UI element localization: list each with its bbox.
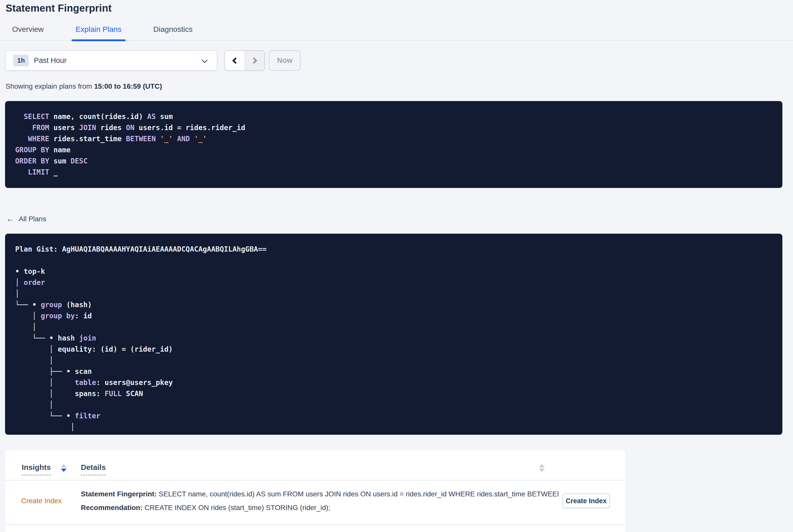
code-line: │ table: users@users_pkey (15, 377, 772, 388)
insight-type-link[interactable]: Create Index (21, 497, 81, 505)
insights-table-card: Insights Details Create Index Statement … (5, 451, 625, 532)
sort-icon-insights (61, 464, 67, 472)
code-line: LIMIT _ (15, 167, 772, 178)
chevron-right-icon (251, 57, 257, 64)
code-line: │ order (15, 277, 772, 288)
plan-tree: • top-k│ order│└── • group (hash) │ grou… (15, 266, 772, 433)
code-line: └── • group (hash) (15, 299, 772, 310)
recommendation-line: Recommendation: CREATE INDEX ON rides (s… (81, 504, 559, 512)
code-line: └── • hash join (15, 333, 772, 344)
plan-gist-label: Plan Gist: (15, 245, 62, 253)
statement-fingerprint-label: Statement Fingerprint: (81, 490, 157, 498)
code-line: │ (15, 355, 772, 366)
recommendation-text: CREATE INDEX ON rides (start_time) STORI… (143, 504, 330, 512)
time-interval-badge: 1h (13, 55, 29, 66)
all-plans-label: All Plans (19, 215, 46, 223)
insights-header-label: Insights (22, 463, 51, 475)
code-line: │ (15, 288, 772, 299)
sort-down-arrow (61, 469, 67, 472)
table-row: Create Index Statement Fingerprint: SELE… (5, 480, 625, 512)
time-range-caption: Showing explain plans from 15:00 to 16:5… (5, 82, 793, 91)
insight-details: Statement Fingerprint: SELECT name, coun… (81, 490, 559, 512)
details-column-header[interactable]: Details (81, 463, 625, 475)
caption-range: 15:00 to 16:59 (UTC) (94, 82, 162, 90)
time-interval-label: Past Hour (34, 56, 67, 65)
code-line: SELECT name, count(rides.id) AS sum (15, 111, 772, 122)
chevron-down-icon (202, 57, 207, 63)
statement-fingerprint-line: Statement Fingerprint: SELECT name, coun… (81, 490, 559, 498)
time-interval-arrows (224, 50, 265, 71)
code-line: • top-k (15, 266, 772, 277)
statement-fingerprint-text: SELECT name, count(rides.id) AS sum FROM… (157, 490, 559, 498)
statement-fingerprint-page: Statement Fingerprint Overview Explain P… (0, 0, 793, 532)
tab-explain-plans[interactable]: Explain Plans (72, 25, 126, 40)
code-line: │ (15, 399, 772, 411)
sql-statement-panel: SELECT name, count(rides.id) AS sum FROM… (5, 101, 782, 188)
tab-bar: Overview Explain Plans Diagnostics (0, 25, 793, 41)
code-line: │ equality: (id) = (rider_id) (15, 344, 772, 355)
caption-prefix: Showing explain plans from (5, 82, 94, 90)
code-line: FROM users JOIN rides ON users.id = ride… (15, 122, 772, 133)
chevron-left-icon (232, 57, 239, 64)
page-title: Statement Fingerprint (0, 0, 793, 14)
code-line: ├── • scan (15, 366, 772, 377)
previous-interval-button[interactable] (225, 51, 245, 70)
now-button[interactable]: Now (269, 50, 300, 71)
tab-overview[interactable]: Overview (8, 25, 48, 40)
code-line: │ group by: id (15, 310, 772, 322)
all-plans-link[interactable]: All Plans (6, 214, 46, 224)
plan-blank-line (15, 255, 772, 266)
code-line: WHERE rides.start_time BETWEEN '_' AND '… (15, 133, 772, 145)
sort-down-arrow (539, 469, 545, 472)
code-line: │ (15, 322, 772, 333)
code-line: └── • filter (15, 411, 772, 422)
sort-up-arrow (539, 464, 545, 467)
plan-gist-value: AgHUAQIABQAAAAHYAQIAiAEAAAADCQACAgAABQIL… (62, 245, 266, 253)
code-line: │ (15, 422, 772, 433)
back-arrow-icon (6, 214, 14, 224)
table-footer-spacer (5, 525, 625, 532)
code-line: ORDER BY sum DESC (15, 156, 772, 167)
code-line: │ spans: FULL SCAN (15, 388, 772, 399)
tab-diagnostics[interactable]: Diagnostics (149, 25, 196, 40)
code-line: GROUP BY name (15, 145, 772, 156)
recommendation-label: Recommendation: (81, 504, 143, 512)
next-interval-button[interactable] (245, 51, 264, 70)
details-header-label: Details (81, 463, 106, 475)
explain-plan-panel: Plan Gist: AgHUAQIABQAAAAHYAQIAiAEAAAADC… (5, 234, 782, 435)
insights-table-header: Insights Details (5, 463, 625, 475)
insights-column-header[interactable]: Insights (22, 463, 81, 475)
create-index-button[interactable]: Create Index (563, 494, 610, 508)
time-controls: 1h Past Hour Now (5, 50, 793, 71)
time-interval-select[interactable]: 1h Past Hour (5, 50, 217, 71)
plan-gist-line: Plan Gist: AgHUAQIABQAAAAHYAQIAiAEAAAADC… (15, 244, 772, 255)
sort-up-arrow (61, 464, 67, 467)
sort-icon-details (539, 464, 545, 475)
